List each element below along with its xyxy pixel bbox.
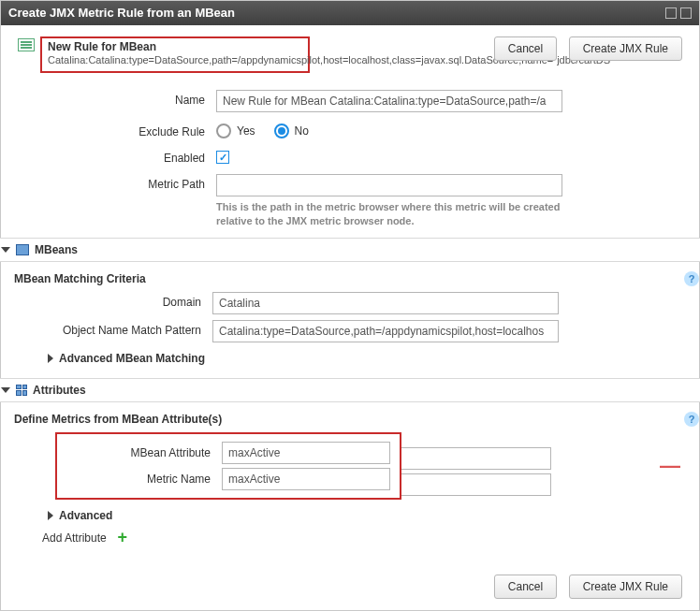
mbean-criteria-title: MBean Matching Criteria bbox=[14, 272, 146, 285]
remove-attribute-button[interactable]: — bbox=[660, 460, 686, 471]
advanced-mbean-toggle[interactable]: Advanced MBean Matching bbox=[48, 352, 686, 365]
metric-name-label: Metric Name bbox=[63, 473, 222, 486]
pattern-input[interactable] bbox=[212, 320, 559, 342]
pattern-label: Object Name Match Pattern bbox=[14, 320, 212, 337]
metric-path-hint: This is the path in the metric browser w… bbox=[216, 200, 562, 228]
metric-path-label: Metric Path bbox=[18, 174, 216, 191]
exclude-yes-radio[interactable] bbox=[216, 124, 231, 138]
name-label: Name bbox=[18, 90, 216, 107]
enabled-checkbox[interactable]: ✓ bbox=[216, 151, 229, 164]
domain-label: Domain bbox=[14, 292, 212, 309]
expand-icon bbox=[1, 247, 10, 253]
maximize-icon[interactable] bbox=[665, 7, 677, 19]
close-icon[interactable] bbox=[680, 7, 692, 19]
expand-icon bbox=[1, 387, 10, 393]
metric-name-input[interactable] bbox=[222, 468, 390, 490]
exclude-no-label: No bbox=[295, 124, 309, 138]
footer-buttons: Cancel Create JMX Rule bbox=[494, 575, 682, 599]
help-icon[interactable]: ? bbox=[684, 412, 699, 427]
rule-summary-desc: Catalina:Catalina:type=DataSource,path=/… bbox=[48, 53, 302, 67]
attributes-section-header[interactable]: Attributes bbox=[0, 378, 700, 402]
mbean-attribute-input[interactable] bbox=[222, 442, 390, 464]
mbean-attribute-input-ext[interactable] bbox=[401, 447, 551, 470]
chevron-right-icon bbox=[48, 354, 53, 363]
metric-path-input[interactable] bbox=[216, 174, 562, 196]
exclude-yes-label: Yes bbox=[237, 124, 255, 138]
rule-summary-title: New Rule for MBean bbox=[48, 40, 302, 53]
cancel-button[interactable]: Cancel bbox=[494, 36, 557, 61]
titlebar: Create JMX Metric Rule from an MBean bbox=[1, 1, 699, 25]
enabled-label: Enabled bbox=[18, 148, 216, 165]
advanced-mbean-label: Advanced MBean Matching bbox=[59, 352, 205, 365]
help-icon[interactable]: ? bbox=[684, 271, 699, 286]
attribute-highlight-box: MBean Attribute Metric Name bbox=[55, 432, 401, 500]
mbean-icon bbox=[16, 244, 29, 255]
advanced-attribute-toggle[interactable]: Advanced bbox=[48, 509, 686, 522]
dialog-title: Create JMX Metric Rule from an MBean bbox=[8, 1, 235, 25]
cancel-button-footer[interactable]: Cancel bbox=[494, 575, 557, 599]
dialog-window: Create JMX Metric Rule from an MBean New… bbox=[0, 0, 700, 611]
exclude-rule-label: Exclude Rule bbox=[18, 122, 216, 138]
rule-icon bbox=[18, 38, 35, 51]
add-attribute-row[interactable]: Add Attribute bbox=[42, 531, 686, 545]
add-attribute-label: Add Attribute bbox=[42, 531, 107, 545]
create-jmx-rule-button-footer[interactable]: Create JMX Rule bbox=[569, 575, 682, 599]
mbeans-section-header[interactable]: MBeans bbox=[0, 238, 700, 262]
define-metrics-title: Define Metrics from MBean Attribute(s) bbox=[14, 413, 222, 426]
attributes-icon bbox=[16, 385, 27, 396]
mbeans-section-title: MBeans bbox=[35, 243, 78, 256]
rule-summary-box: New Rule for MBean Catalina:Catalina:typ… bbox=[40, 36, 310, 73]
mbean-attribute-label: MBean Attribute bbox=[63, 446, 222, 459]
attributes-section-title: Attributes bbox=[33, 384, 86, 397]
name-input[interactable] bbox=[216, 90, 562, 112]
advanced-attribute-label: Advanced bbox=[59, 509, 112, 522]
header-buttons: Cancel Create JMX Rule bbox=[494, 36, 682, 61]
domain-input[interactable] bbox=[212, 292, 559, 314]
metric-name-input-ext[interactable] bbox=[401, 473, 551, 496]
chevron-right-icon bbox=[48, 511, 53, 520]
create-jmx-rule-button[interactable]: Create JMX Rule bbox=[569, 36, 682, 61]
plus-icon bbox=[116, 531, 129, 545]
exclude-no-radio[interactable] bbox=[274, 124, 289, 138]
